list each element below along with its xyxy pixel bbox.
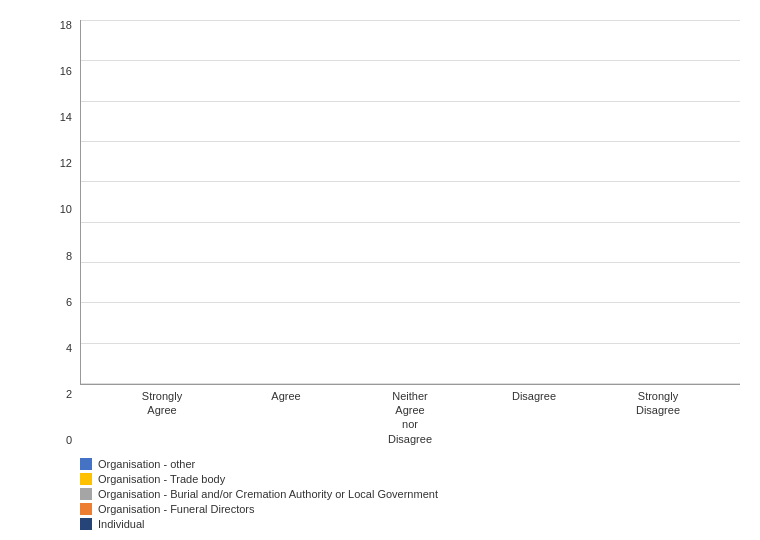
x-axis-label: Strongly Agree	[132, 389, 192, 446]
legend-item: Organisation - Funeral Directors	[80, 503, 740, 515]
legend-label: Organisation - Burial and/or Cremation A…	[98, 488, 438, 500]
y-tick: 4	[66, 343, 72, 354]
grid-and-bars	[80, 20, 740, 385]
x-axis-label: Neither Agreenor Disagree	[380, 389, 440, 446]
bars-row	[81, 20, 740, 384]
y-ticks: 024681012141618	[60, 20, 72, 446]
legend-color-box	[80, 458, 92, 470]
legend-color-box	[80, 473, 92, 485]
legend-label: Individual	[98, 518, 144, 530]
legend-label: Organisation - Funeral Directors	[98, 503, 255, 515]
y-tick: 0	[66, 435, 72, 446]
x-axis-label: StronglyDisagree	[628, 389, 688, 446]
y-tick: 16	[60, 66, 72, 77]
y-tick: 8	[66, 251, 72, 262]
legend-label: Organisation - other	[98, 458, 195, 470]
y-tick: 18	[60, 20, 72, 31]
legend-item: Organisation - Burial and/or Cremation A…	[80, 488, 740, 500]
chart-area: 024681012141618 Strongly AgreeAgreeNeith…	[20, 20, 740, 446]
chart-container: 024681012141618 Strongly AgreeAgreeNeith…	[0, 0, 760, 540]
legend-color-box	[80, 503, 92, 515]
legend-color-box	[80, 518, 92, 530]
x-axis-labels: Strongly AgreeAgreeNeither Agreenor Disa…	[80, 385, 740, 446]
legend-item: Individual	[80, 518, 740, 530]
chart-legend: Organisation - otherOrganisation - Trade…	[20, 458, 740, 530]
legend-item: Organisation - other	[80, 458, 740, 470]
legend-label: Organisation - Trade body	[98, 473, 225, 485]
legend-item: Organisation - Trade body	[80, 473, 740, 485]
plot-area: Strongly AgreeAgreeNeither Agreenor Disa…	[80, 20, 740, 446]
y-tick: 14	[60, 112, 72, 123]
y-tick: 6	[66, 297, 72, 308]
y-tick: 2	[66, 389, 72, 400]
x-axis-label: Disagree	[504, 389, 564, 446]
legend-color-box	[80, 488, 92, 500]
x-axis-label: Agree	[256, 389, 316, 446]
y-tick: 10	[60, 204, 72, 215]
y-tick: 12	[60, 158, 72, 169]
y-axis: 024681012141618	[20, 20, 80, 446]
